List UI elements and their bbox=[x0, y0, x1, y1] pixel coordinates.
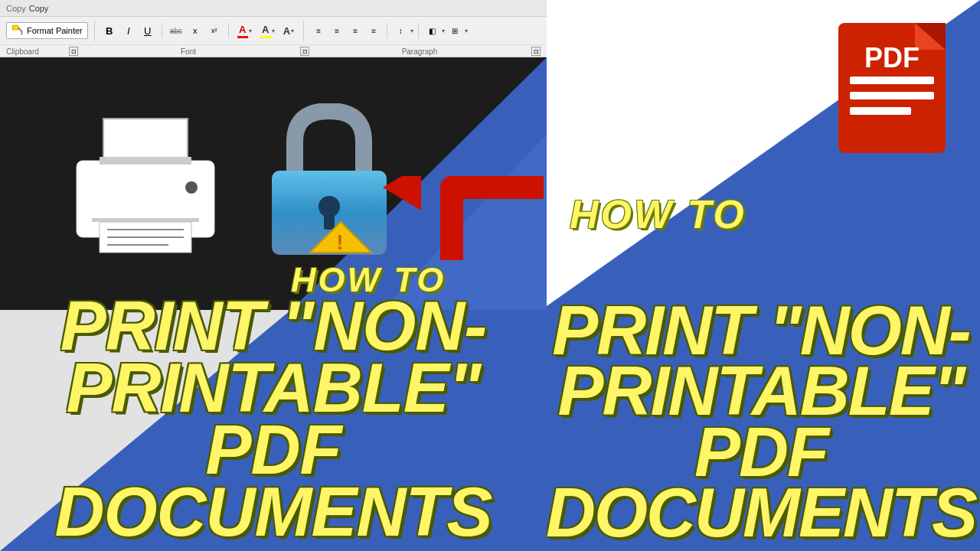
svg-text:PDF: PDF bbox=[864, 42, 920, 73]
how-to-right: HOW TO bbox=[570, 191, 746, 237]
toolbar-main-row: Format Painter B I U abc x x² A bbox=[0, 17, 547, 44]
video-thumbnail: ! HOW TO PRINT "NON-PRINTABLE" bbox=[0, 0, 547, 551]
paragraph-controls: ≡ ≡ ≡ ≡ ↕ ▾ ◧ ▾ ⊞ ▾ bbox=[310, 22, 468, 39]
toolbar-divider-2 bbox=[162, 23, 162, 38]
align-left-button[interactable]: ≡ bbox=[310, 22, 327, 39]
svg-rect-32 bbox=[850, 77, 934, 84]
svg-rect-13 bbox=[100, 157, 191, 165]
italic-button[interactable]: I bbox=[120, 22, 137, 39]
line-spacing-chevron[interactable]: ▾ bbox=[410, 28, 413, 34]
font-color-chevron[interactable]: ▾ bbox=[249, 28, 252, 34]
svg-rect-33 bbox=[850, 92, 934, 99]
bold-button[interactable]: B bbox=[101, 22, 118, 39]
toolbar: Copy Copy Format Painter B I U bbox=[0, 0, 547, 57]
right-panel: PDF HOW TO PRINT "NON-PRINTABLE" PDF DOC… bbox=[547, 0, 980, 551]
svg-marker-25 bbox=[383, 176, 421, 210]
para-divider bbox=[387, 23, 387, 38]
title-right-line1: PRINT "NON-PRINTABLE" bbox=[547, 301, 980, 422]
title-right-area: PRINT "NON-PRINTABLE" PDF DOCUMENTS bbox=[547, 301, 980, 543]
toolbar-top-row: Copy Copy bbox=[0, 0, 547, 17]
svg-point-21 bbox=[318, 196, 340, 217]
format-painter-button[interactable]: Format Painter bbox=[6, 22, 88, 39]
align-right-button[interactable]: ≡ bbox=[347, 22, 364, 39]
format-painter-icon bbox=[11, 24, 24, 37]
font-style-icon: A bbox=[283, 25, 290, 37]
para-divider-2 bbox=[418, 23, 419, 38]
subscript-button[interactable]: x bbox=[187, 22, 204, 39]
pdf-icon-container: PDF bbox=[838, 15, 965, 160]
highlight-icon: A bbox=[262, 24, 269, 35]
underline-button[interactable]: U bbox=[139, 22, 156, 39]
toolbar-divider-1 bbox=[94, 20, 95, 41]
svg-point-14 bbox=[185, 181, 198, 194]
main-title-area: PRINT "NON-PRINTABLE" PDF DOCUMENTS bbox=[0, 295, 547, 543]
font-section-label: Font bbox=[78, 47, 299, 56]
clipboard-expand-button[interactable]: ⊡ bbox=[69, 47, 78, 56]
line-spacing-button[interactable]: ↕ bbox=[392, 22, 409, 39]
paragraph-expand-button[interactable]: ⊡ bbox=[531, 47, 541, 56]
red-arrow bbox=[375, 176, 544, 271]
align-center-button[interactable]: ≡ bbox=[328, 22, 345, 39]
shading-chevron[interactable]: ▾ bbox=[442, 28, 445, 34]
copy-text: Copy bbox=[29, 4, 49, 13]
borders-chevron[interactable]: ▾ bbox=[465, 28, 468, 34]
justify-button[interactable]: ≡ bbox=[365, 22, 382, 39]
title-line-1: PRINT "NON-PRINTABLE" bbox=[0, 295, 547, 419]
toolbar-divider-3 bbox=[228, 23, 229, 38]
copy-label: Copy bbox=[6, 4, 26, 13]
highlight-button[interactable]: A ▾ bbox=[257, 21, 278, 41]
font-style-chevron[interactable]: ▾ bbox=[291, 28, 294, 34]
svg-rect-15 bbox=[92, 218, 199, 222]
clipboard-section-label: Clipboard bbox=[6, 47, 67, 56]
svg-text:!: ! bbox=[336, 230, 343, 254]
svg-line-1 bbox=[18, 28, 22, 32]
shading-button[interactable]: ◧ bbox=[423, 22, 440, 39]
title-right-line2: PDF DOCUMENTS bbox=[547, 422, 980, 543]
toolbar-divider-4 bbox=[303, 20, 304, 41]
borders-button[interactable]: ⊞ bbox=[446, 22, 463, 39]
svg-rect-22 bbox=[324, 214, 335, 230]
font-controls: B I U abc x x² A ▾ bbox=[101, 21, 297, 41]
highlight-color-bar bbox=[260, 36, 271, 38]
strikethrough-button[interactable]: abc bbox=[168, 22, 185, 39]
paragraph-section-label: Paragraph bbox=[309, 47, 530, 56]
superscript-button[interactable]: x² bbox=[206, 22, 223, 39]
page: Copy Copy Format Painter B I U bbox=[0, 0, 980, 551]
title-line-2: PDF DOCUMENTS bbox=[0, 419, 547, 543]
arrow-svg bbox=[375, 176, 544, 268]
svg-rect-34 bbox=[850, 107, 911, 115]
font-color-bar bbox=[237, 36, 248, 38]
font-color-icon: A bbox=[239, 24, 246, 35]
svg-line-2 bbox=[21, 32, 22, 35]
printer-svg bbox=[61, 111, 230, 264]
printer-icon bbox=[61, 111, 230, 267]
font-color-button[interactable]: A ▾ bbox=[234, 21, 255, 41]
font-expand-button[interactable]: ⊡ bbox=[300, 47, 309, 56]
format-painter-label: Format Painter bbox=[27, 26, 83, 35]
svg-rect-0 bbox=[12, 25, 18, 30]
highlight-chevron[interactable]: ▾ bbox=[272, 28, 275, 34]
pdf-icon-svg: PDF bbox=[838, 15, 965, 157]
font-style-button[interactable]: A ▾ bbox=[280, 23, 297, 39]
